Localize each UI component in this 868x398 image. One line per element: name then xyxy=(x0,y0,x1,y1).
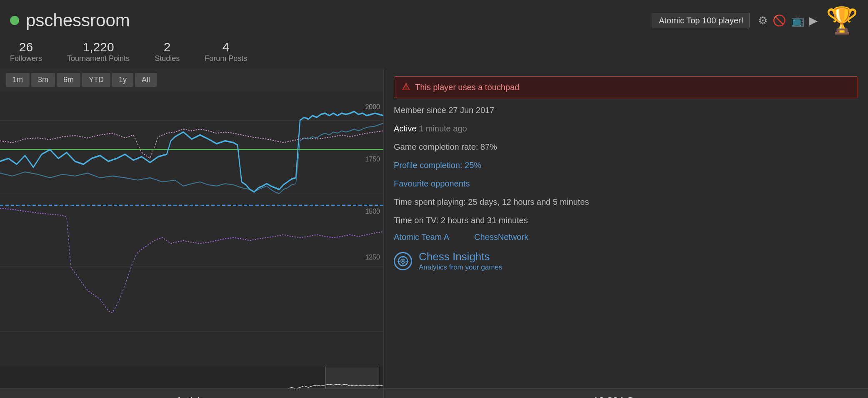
stat-tournament-points: 1,220 Tournament Points xyxy=(67,40,130,63)
activity-tab[interactable]: Activity xyxy=(0,388,383,398)
y-label-1250: 1250 xyxy=(365,254,380,261)
header-left: pschessroom xyxy=(10,10,130,30)
team-chessnetwork[interactable]: ChessNetwork xyxy=(474,232,528,242)
stat-forum-posts: 4 Forum Posts xyxy=(205,40,247,63)
forum-posts-label: Forum Posts xyxy=(205,54,247,63)
username: pschessroom xyxy=(26,10,130,30)
bottom-bar: Activity 12,324 Games xyxy=(0,388,868,398)
completion-rate: Game completion rate: 87% xyxy=(394,141,858,153)
alert-text: This player uses a touchpad xyxy=(415,83,519,92)
followers-label: Followers xyxy=(10,54,42,63)
tournament-points-label: Tournament Points xyxy=(67,54,130,63)
time-on-tv: Time on TV: 2 hours and 31 minutes xyxy=(394,214,858,227)
block-icon[interactable]: 🚫 xyxy=(773,14,786,27)
stats-bar: 26 Followers 1,220 Tournament Points 2 S… xyxy=(0,38,868,69)
right-panel: ⚠ This player uses a touchpad Member sin… xyxy=(383,69,868,398)
profile-completion: Profile completion: 25% xyxy=(394,159,858,171)
teams-row: Atomic Team A ChessNetwork xyxy=(394,232,858,242)
chess-insights[interactable]: Chess Insights Analytics from your games xyxy=(394,250,858,272)
filter-1y[interactable]: 1y xyxy=(112,73,133,87)
team-atomic[interactable]: Atomic Team A xyxy=(394,232,449,242)
main-chart-svg xyxy=(0,91,383,367)
stat-studies: 2 Studies xyxy=(155,40,180,63)
svg-point-11 xyxy=(402,260,404,262)
online-status-dot xyxy=(10,16,19,25)
y-label-2000: 2000 xyxy=(365,103,380,111)
filter-1m[interactable]: 1m xyxy=(6,73,30,87)
chess-insights-text: Chess Insights Analytics from your games xyxy=(419,250,502,272)
touchpad-alert: ⚠ This player uses a touchpad xyxy=(394,76,858,98)
settings-icon[interactable]: ⚙ xyxy=(758,14,768,27)
tv-icon[interactable]: 📺 xyxy=(791,14,804,27)
member-since: Member since 27 Jun 2017 xyxy=(394,104,858,116)
filter-6m[interactable]: 6m xyxy=(57,73,80,87)
y-label-1750: 1750 xyxy=(365,156,380,163)
studies-count: 2 xyxy=(164,40,171,54)
followers-count: 26 xyxy=(19,40,33,54)
favourite-opponents: Favourite opponents xyxy=(394,177,858,190)
header: pschessroom Atomic Top 100 player! ⚙ 🚫 📺… xyxy=(0,0,868,38)
chess-insights-title: Chess Insights xyxy=(419,250,502,263)
stat-followers: 26 Followers xyxy=(10,40,42,63)
games-count[interactable]: 12,324 Games xyxy=(383,388,868,398)
alert-icon: ⚠ xyxy=(402,82,410,93)
header-actions: ⚙ 🚫 📺 ▶ xyxy=(758,14,818,27)
filter-ytd[interactable]: YTD xyxy=(82,73,110,87)
time-playing: Time spent playing: 25 days, 12 hours an… xyxy=(394,196,858,208)
chess-insights-subtitle: Analytics from your games xyxy=(419,263,502,272)
atomic-badge: Atomic Top 100 player! xyxy=(653,13,750,28)
header-right: Atomic Top 100 player! ⚙ 🚫 📺 ▶ 🏆 xyxy=(653,8,858,33)
tournament-points-count: 1,220 xyxy=(83,40,114,54)
forum-posts-count: 4 xyxy=(223,40,230,54)
stream-icon[interactable]: ▶ xyxy=(809,14,818,27)
main-layout: 1m 3m 6m YTD 1y All 2000 2000 1750 1500 … xyxy=(0,69,868,398)
y-label-1500: 1500 xyxy=(365,208,380,215)
filter-all[interactable]: All xyxy=(135,73,157,87)
left-panel: 1m 3m 6m YTD 1y All 2000 2000 1750 1500 … xyxy=(0,69,383,398)
studies-label: Studies xyxy=(155,54,180,63)
active-status: Active 1 minute ago xyxy=(394,122,858,135)
trophy-icon: 🏆 xyxy=(826,8,858,33)
main-chart: 2000 2000 1750 1500 1250 xyxy=(0,91,383,367)
chess-insights-icon xyxy=(394,252,412,270)
time-filters: 1m 3m 6m YTD 1y All xyxy=(0,69,383,91)
filter-3m[interactable]: 3m xyxy=(31,73,55,87)
